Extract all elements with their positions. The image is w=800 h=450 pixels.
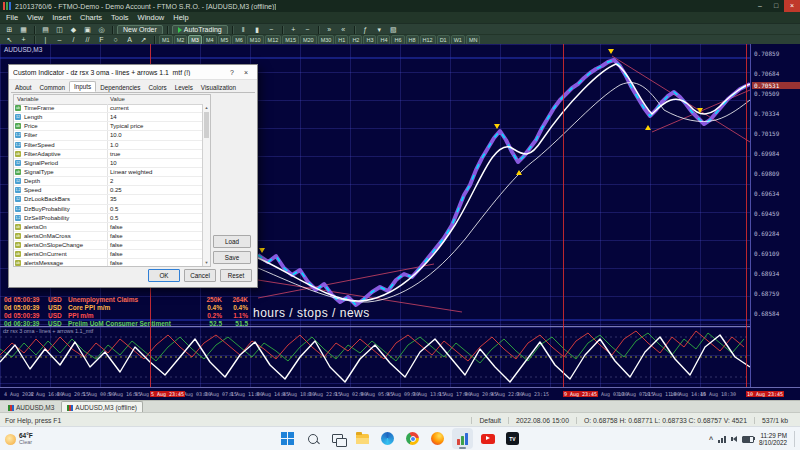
data-window-icon[interactable]: ◫ bbox=[53, 25, 66, 35]
menu-insert[interactable]: Insert bbox=[52, 13, 71, 22]
input-row-filteradaptive[interactable]: abFilterAdaptivetrue bbox=[14, 150, 203, 159]
show-desktop-button[interactable] bbox=[794, 431, 797, 447]
param-value[interactable]: Typical price bbox=[110, 122, 143, 130]
indicators-icon[interactable]: ƒ bbox=[359, 25, 372, 35]
close-button[interactable]: × bbox=[784, 0, 800, 12]
dialog-tab-visualization[interactable]: Visualization bbox=[197, 83, 240, 92]
new-chart-icon[interactable]: ⊞ bbox=[3, 25, 16, 35]
input-row-alertsoncurrent[interactable]: abalertsOnCurrentfalse bbox=[14, 250, 203, 259]
price-axis[interactable]: 0.708590.706840.705090.703340.701590.699… bbox=[750, 44, 800, 387]
param-value[interactable]: 0.5 bbox=[110, 214, 118, 222]
param-value[interactable]: 35 bbox=[110, 195, 117, 203]
dialog-tab-levels[interactable]: Levels bbox=[171, 83, 197, 92]
tray-expand-icon[interactable]: ^ bbox=[709, 436, 713, 443]
input-row-speed[interactable]: 1.2Speed0.25 bbox=[14, 186, 203, 195]
param-value[interactable]: 0.5 bbox=[110, 205, 118, 213]
menu-window[interactable]: Window bbox=[138, 13, 165, 22]
battery-icon[interactable] bbox=[742, 436, 754, 443]
param-value[interactable]: 2 bbox=[110, 177, 113, 185]
navigator-icon[interactable]: ◆ bbox=[67, 25, 80, 35]
scroll-thumb[interactable] bbox=[204, 112, 209, 138]
dialog-scrollbar[interactable]: ▲ ▼ bbox=[202, 104, 210, 266]
taskbar-tradingview-button[interactable]: TV bbox=[502, 428, 523, 449]
minimize-button[interactable]: – bbox=[752, 0, 768, 12]
maximize-button[interactable]: □ bbox=[768, 0, 784, 12]
autotrading-button[interactable]: AutoTrading bbox=[172, 25, 228, 35]
input-row-signalperiod[interactable]: 12SignalPeriod10 bbox=[14, 159, 203, 168]
save-button[interactable]: Save bbox=[213, 251, 251, 264]
param-value[interactable]: false bbox=[110, 250, 123, 258]
chart-shift-icon[interactable]: « bbox=[337, 25, 350, 35]
param-value[interactable]: Linear weighted bbox=[110, 168, 152, 176]
time-axis[interactable]: 4 Aug 20224 Aug 16:304 Aug 20:155 Aug 00… bbox=[0, 387, 800, 401]
input-row-signaltype[interactable]: abSignalTypeLinear weighted bbox=[14, 168, 203, 177]
market-watch-icon[interactable]: ▤ bbox=[39, 25, 52, 35]
strategy-tester-icon[interactable]: ◎ bbox=[95, 25, 108, 35]
taskbar-file-explorer-button[interactable] bbox=[352, 428, 373, 449]
new-order-button[interactable]: New Order bbox=[117, 25, 163, 35]
menu-tools[interactable]: Tools bbox=[111, 13, 129, 22]
input-row-depth[interactable]: 12Depth2 bbox=[14, 177, 203, 186]
dialog-tab-inputs[interactable]: Inputs bbox=[69, 81, 96, 92]
param-value[interactable]: false bbox=[110, 232, 123, 240]
param-value[interactable]: current bbox=[110, 104, 129, 112]
reset-button[interactable]: Reset bbox=[220, 269, 252, 282]
param-value[interactable]: false bbox=[110, 259, 123, 266]
cancel-button[interactable]: Cancel bbox=[184, 269, 216, 282]
menu-view[interactable]: View bbox=[27, 13, 43, 22]
param-value[interactable]: 1.0 bbox=[110, 141, 118, 149]
candles-icon[interactable]: ▮ bbox=[251, 25, 264, 35]
taskbar-chrome-button[interactable] bbox=[402, 428, 423, 449]
param-value[interactable]: 0.25 bbox=[110, 186, 122, 194]
dialog-tab-colors[interactable]: Colors bbox=[144, 83, 170, 92]
indicator-pane[interactable]: dz rsx 3 oma - lines + arrows 1.1_mtf bbox=[0, 326, 750, 387]
param-value[interactable]: false bbox=[110, 223, 123, 231]
input-row-filterspeed[interactable]: 1.2FilterSpeed1.0 bbox=[14, 141, 203, 150]
input-row-alertson[interactable]: abalertsOnfalse bbox=[14, 223, 203, 232]
dialog-tab-dependencies[interactable]: Dependencies bbox=[96, 83, 144, 92]
input-row-timeframe[interactable]: abTimeFramecurrent bbox=[14, 104, 203, 113]
param-value[interactable]: 10.0 bbox=[110, 131, 122, 139]
network-icon[interactable] bbox=[718, 436, 726, 443]
input-row-filter[interactable]: 1.2Filter10.0 bbox=[14, 131, 203, 140]
dialog-tab-common[interactable]: Common bbox=[35, 83, 69, 92]
bars-icon[interactable]: ‖ bbox=[237, 25, 250, 35]
input-row-price[interactable]: abPriceTypical price bbox=[14, 122, 203, 131]
auto-scroll-icon[interactable]: » bbox=[323, 25, 336, 35]
zoom-out-icon[interactable]: − bbox=[301, 25, 314, 35]
taskbar-task-view-button[interactable] bbox=[327, 428, 348, 449]
weather-widget[interactable]: 64°F Clear bbox=[5, 429, 33, 449]
param-value[interactable]: false bbox=[110, 241, 123, 249]
toolbox-icon[interactable]: ▣ bbox=[81, 25, 94, 35]
dialog-tab-about[interactable]: About bbox=[11, 83, 35, 92]
taskbar-search-button[interactable] bbox=[302, 428, 323, 449]
scroll-down-icon[interactable]: ▼ bbox=[203, 259, 210, 266]
taskbar-start-button[interactable] bbox=[277, 428, 298, 449]
input-row-dzlookbackbars[interactable]: 12DzLookBackBars35 bbox=[14, 195, 203, 204]
ok-button[interactable]: OK bbox=[148, 269, 180, 282]
dialog-help-button[interactable]: ? bbox=[225, 67, 239, 78]
taskbar-clock[interactable]: 11:29 PM 8/10/2022 bbox=[759, 432, 787, 446]
input-row-alertsonmacross[interactable]: abalertsOnMaCrossfalse bbox=[14, 232, 203, 241]
line-chart-icon[interactable]: ~ bbox=[265, 25, 278, 35]
input-row-dzbuyprobability[interactable]: 1.2DzBuyProbability0.5 bbox=[14, 205, 203, 214]
param-value[interactable]: 10 bbox=[110, 159, 117, 167]
taskbar-firefox-button[interactable] bbox=[427, 428, 448, 449]
templates-icon[interactable]: ▧ bbox=[387, 25, 400, 35]
taskbar-metatrader5-button[interactable] bbox=[452, 428, 473, 449]
taskbar-youtube-button[interactable] bbox=[477, 428, 498, 449]
param-value[interactable]: 14 bbox=[110, 113, 117, 121]
menu-help[interactable]: Help bbox=[173, 13, 188, 22]
param-value[interactable]: true bbox=[110, 150, 120, 158]
menu-charts[interactable]: Charts bbox=[80, 13, 102, 22]
input-row-alertsonslopechange[interactable]: abalertsOnSlopeChangefalse bbox=[14, 241, 203, 250]
load-button[interactable]: Load bbox=[213, 235, 251, 248]
zoom-in-icon[interactable]: + bbox=[287, 25, 300, 35]
input-row-length[interactable]: 12Length14 bbox=[14, 113, 203, 122]
dialog-close-button[interactable]: × bbox=[239, 67, 253, 78]
input-row-dzsellprobability[interactable]: 1.2DzSellProbability0.5 bbox=[14, 214, 203, 223]
volume-icon[interactable] bbox=[731, 436, 737, 442]
profiles-icon[interactable]: ▦ bbox=[17, 25, 30, 35]
periods-icon[interactable]: ▾ bbox=[373, 25, 386, 35]
menu-file[interactable]: File bbox=[6, 13, 18, 22]
